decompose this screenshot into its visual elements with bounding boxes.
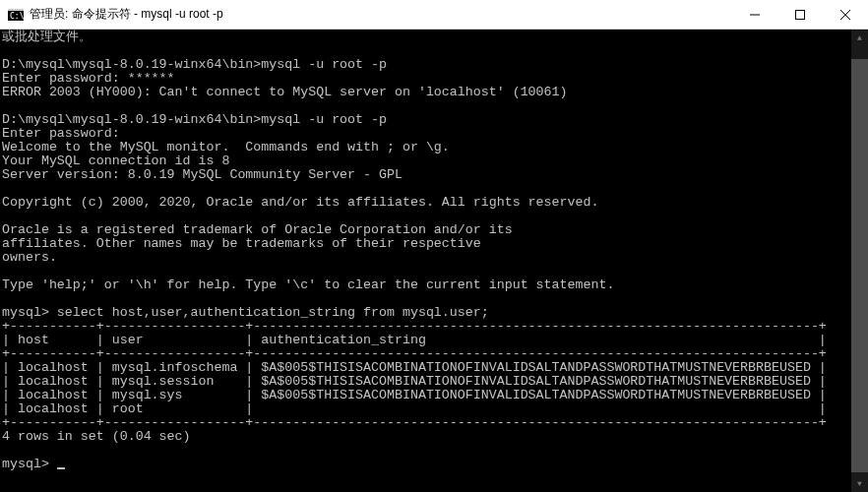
window-title: 管理员: 命令提示符 - mysql -u root -p bbox=[30, 6, 223, 23]
result-footer: 4 rows in set (0.04 sec) bbox=[2, 429, 191, 444]
output-line: D:\mysql\mysql-8.0.19-winx64\bin>mysql -… bbox=[2, 57, 387, 72]
table-header: | host | user | authentication_string | bbox=[2, 333, 827, 347]
output-line: Server version: 8.0.19 MySQL Community S… bbox=[2, 167, 403, 182]
output-line: Your MySQL connection id is 8 bbox=[2, 154, 229, 168]
terminal-output[interactable]: 或批处理文件。 D:\mysql\mysql-8.0.19-winx64\bin… bbox=[0, 30, 868, 492]
table-border: +-----------+------------------+--------… bbox=[2, 319, 827, 334]
scroll-up-arrow[interactable]: ▲ bbox=[851, 30, 868, 46]
cursor bbox=[57, 467, 65, 469]
table-row: | localhost | mysql.infoschema | $A$005$… bbox=[2, 360, 827, 375]
output-line: D:\mysql\mysql-8.0.19-winx64\bin>mysql -… bbox=[2, 112, 387, 127]
close-button[interactable] bbox=[823, 0, 868, 30]
table-row: | localhost | mysql.sys | $A$005$THISISA… bbox=[2, 388, 827, 402]
prompt-line: mysql> bbox=[2, 457, 57, 471]
output-line: Welcome to the MySQL monitor. Commands e… bbox=[2, 140, 450, 154]
svg-rect-1 bbox=[8, 9, 24, 11]
window-titlebar: C:\ 管理员: 命令提示符 - mysql -u root -p bbox=[0, 0, 868, 30]
scroll-down-arrow[interactable]: ▼ bbox=[851, 475, 868, 492]
output-line: 或批处理文件。 bbox=[2, 30, 92, 44]
vertical-scrollbar[interactable]: ▲ ▼ bbox=[851, 30, 868, 492]
table-row: | localhost | mysql.session | $A$005$THI… bbox=[2, 374, 827, 389]
table-border: +-----------+------------------+--------… bbox=[2, 415, 827, 430]
maximize-button[interactable] bbox=[777, 0, 823, 30]
output-line: Enter password: ****** bbox=[2, 71, 175, 86]
scrollbar-thumb[interactable] bbox=[851, 59, 868, 472]
table-border: +-----------+------------------+--------… bbox=[2, 346, 827, 361]
svg-rect-4 bbox=[796, 10, 805, 19]
output-line: Copyright (c) 2000, 2020, Oracle and/or … bbox=[2, 195, 598, 210]
output-line: Enter password: bbox=[2, 126, 120, 141]
output-line: Type 'help;' or '\h' for help. Type '\c'… bbox=[2, 277, 614, 292]
cmd-icon: C:\ bbox=[8, 7, 24, 23]
minimize-button[interactable] bbox=[732, 0, 777, 30]
output-line: affiliates. Other names may be trademark… bbox=[2, 236, 481, 251]
svg-text:C:\: C:\ bbox=[10, 12, 24, 21]
output-line: Oracle is a registered trademark of Orac… bbox=[2, 222, 513, 237]
query-line: mysql> select host,user,authentication_s… bbox=[2, 305, 489, 320]
output-line: ERROR 2003 (HY000): Can't connect to MyS… bbox=[2, 85, 568, 99]
output-line: owners. bbox=[2, 250, 57, 265]
table-row: | localhost | root | | bbox=[2, 401, 827, 416]
